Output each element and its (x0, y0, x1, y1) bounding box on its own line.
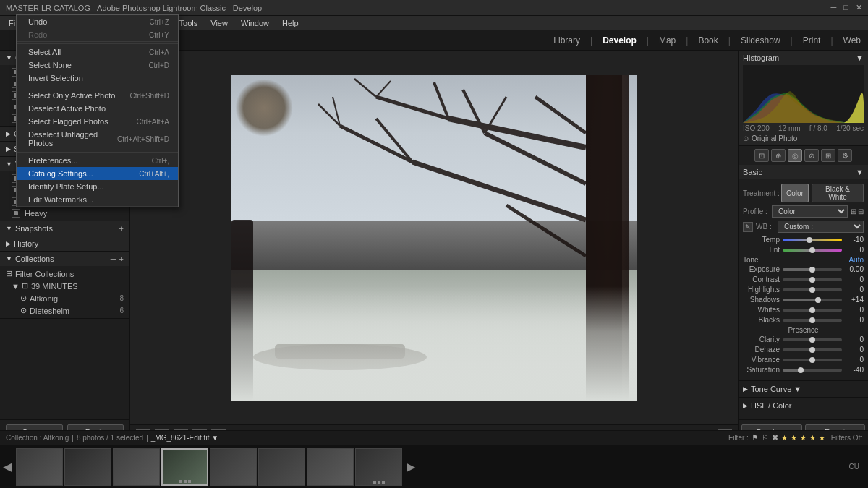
collection-dietesheim[interactable]: ⊙ Dietesheim 6 (0, 304, 129, 317)
highlights-track[interactable] (783, 288, 842, 291)
treatment-color-button[interactable]: Color (781, 184, 809, 202)
dropdown-undo[interactable]: Undo Ctrl+Z (17, 15, 178, 28)
filmstrip-left-arrow[interactable]: ◀ (3, 460, 12, 474)
vibrance-thumb[interactable] (809, 357, 815, 363)
clarity-thumb[interactable] (809, 337, 815, 343)
star-5[interactable]: ★ (819, 434, 825, 442)
heal-tool[interactable]: ⊕ (771, 149, 786, 162)
filename-label[interactable]: _MG_8621-Edit.tif ▼ (151, 434, 218, 442)
tint-thumb[interactable] (809, 247, 815, 253)
nav-slideshow[interactable]: Slideshow (741, 35, 780, 46)
dropdown-select-flagged[interactable]: Select Flagged Photos Ctrl+Alt+A (17, 115, 178, 128)
star-3[interactable]: ★ (800, 434, 807, 442)
profile-list-icon[interactable]: ⊟ (858, 207, 864, 215)
snapshots-header[interactable]: ▼ Snapshots + (0, 221, 129, 236)
profile-select[interactable]: Color (772, 205, 848, 218)
dropdown-select-all[interactable]: Select All Ctrl+A (17, 46, 178, 59)
dropdown-deselect-unflagged[interactable]: Deselect Unflagged Photos Ctrl+Alt+Shift… (17, 128, 178, 150)
film-thumb-1[interactable] (16, 448, 63, 486)
history-header[interactable]: ▶ History (0, 236, 129, 251)
dropdown-select-active[interactable]: Select Only Active Photo Ctrl+Shift+D (17, 89, 178, 102)
whites-thumb[interactable] (809, 307, 815, 313)
temp-track[interactable] (783, 239, 842, 241)
nav-map[interactable]: Map (659, 35, 676, 46)
film-thumb-4[interactable] (161, 448, 208, 486)
filter-collections-item[interactable]: ⊞ Filter Collections (0, 267, 129, 280)
maximize-button[interactable]: □ (843, 3, 848, 12)
profile-grid-icon[interactable]: ⊞ (851, 207, 856, 215)
flag-filter-icon-3[interactable]: ✖ (772, 433, 778, 442)
star-1[interactable]: ★ (781, 434, 788, 442)
collections-minus[interactable]: ─ (111, 254, 116, 263)
nav-print[interactable]: Print (803, 35, 821, 46)
shadows-thumb[interactable] (815, 297, 821, 303)
dropdown-catalog-settings[interactable]: Catalog Settings... Ctrl+Alt+, (17, 167, 178, 180)
tint-track[interactable] (783, 249, 842, 252)
svg-line-10 (376, 119, 412, 162)
dropdown-preferences[interactable]: Preferences... Ctrl+, (17, 154, 178, 167)
adjustment-tool[interactable]: ◎ (788, 149, 802, 162)
minimize-button[interactable]: ─ (831, 3, 837, 12)
basic-header[interactable]: Basic ▼ (739, 165, 868, 179)
exposure-track[interactable] (783, 268, 842, 271)
saturation-track[interactable] (783, 369, 842, 372)
wb-eyedropper-tool[interactable]: ✎ (743, 222, 753, 232)
wb-select[interactable]: Custom : (778, 221, 864, 233)
vignetting-preset-heavy[interactable]: Heavy (0, 207, 129, 219)
film-thumb-6[interactable] (258, 448, 305, 486)
nav-book[interactable]: Book (698, 35, 718, 46)
film-thumb-2[interactable] (64, 448, 111, 486)
nav-develop[interactable]: Develop (603, 35, 637, 46)
filmstrip-right-arrow[interactable]: ▶ (407, 460, 415, 474)
dropdown-identity-plate[interactable]: Identity Plate Setup... (17, 180, 178, 193)
film-thumb-5[interactable] (210, 448, 257, 486)
tone-curve-section[interactable]: ▶ Tone Curve ▼ (739, 381, 868, 398)
crop-tool[interactable]: ⊡ (754, 149, 769, 162)
star-2[interactable]: ★ (791, 434, 797, 442)
auto-button[interactable]: Auto (848, 256, 864, 264)
collections-header[interactable]: ▼ Collections ─ + (0, 252, 129, 266)
menu-view[interactable]: View (205, 17, 234, 29)
saturation-thumb[interactable] (798, 367, 804, 373)
shadows-track[interactable] (783, 299, 842, 301)
vibrance-track[interactable] (783, 359, 842, 361)
dropdown-deselect-active[interactable]: Deselect Active Photo (17, 102, 178, 115)
clarity-track[interactable] (783, 338, 842, 341)
collection-altkonig[interactable]: ⊙ Altkonig 8 (0, 292, 129, 304)
collections-plus[interactable]: + (119, 254, 124, 263)
main-photo[interactable] (231, 75, 637, 401)
film-thumb-7[interactable] (307, 448, 354, 486)
menu-help[interactable]: Help (276, 17, 305, 29)
collection-group-39min[interactable]: ▼ ⊞ 39 MINUTES (0, 280, 129, 292)
tint-label: Tint (743, 246, 783, 254)
dropdown-select-none[interactable]: Select None Ctrl+D (17, 59, 178, 72)
film-thumb-8[interactable] (355, 448, 402, 486)
menu-window[interactable]: Window (235, 17, 275, 29)
snapshots-add-button[interactable]: + (119, 224, 124, 233)
dehaze-track[interactable] (783, 348, 842, 351)
nav-web[interactable]: Web (843, 35, 861, 46)
temp-thumb[interactable] (807, 237, 812, 243)
settings-tool[interactable]: ⚙ (838, 149, 852, 162)
blacks-track[interactable] (783, 319, 842, 322)
contrast-thumb[interactable] (809, 277, 815, 283)
flag-filter-icon[interactable]: ⚑ (752, 433, 759, 442)
treatment-bw-button[interactable]: Black & White (812, 184, 864, 202)
dropdown-redo[interactable]: Redo Ctrl+Y (17, 28, 178, 41)
contrast-track[interactable] (783, 278, 842, 281)
star-4[interactable]: ★ (809, 434, 816, 442)
nav-library[interactable]: Library (553, 35, 580, 46)
blacks-thumb[interactable] (809, 317, 815, 323)
highlights-thumb[interactable] (809, 287, 815, 293)
dropdown-invert-selection[interactable]: Invert Selection (17, 72, 178, 85)
whites-track[interactable] (783, 309, 842, 312)
close-button[interactable]: ✕ (856, 3, 862, 12)
flag-filter-icon-2[interactable]: ⚐ (762, 433, 769, 442)
dehaze-thumb[interactable] (809, 347, 815, 353)
exposure-thumb[interactable] (809, 267, 815, 273)
filter-tool[interactable]: ⊘ (804, 149, 819, 162)
dropdown-edit-watermarks[interactable]: Edit Watermarks... (17, 193, 178, 206)
lens-tool[interactable]: ⊞ (821, 149, 835, 162)
hsl-section[interactable]: ▶ HSL / Color (739, 398, 868, 414)
film-thumb-3[interactable] (113, 448, 160, 486)
